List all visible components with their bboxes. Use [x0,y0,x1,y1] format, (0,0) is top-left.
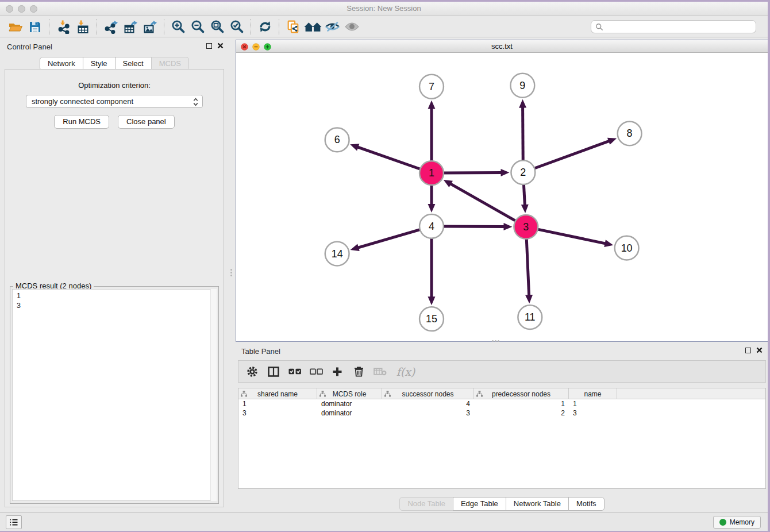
network-graph[interactable]: 7968124314101511 [236,53,768,342]
table-options-button[interactable] [244,364,260,380]
show-columns-button[interactable] [265,364,282,380]
close-table-panel-button[interactable] [756,347,763,353]
zoom-selected-button[interactable] [227,18,247,36]
graph-arrowhead [500,169,509,176]
graph-edge-2-9[interactable] [523,107,523,161]
table-cell[interactable]: dominator [317,399,382,408]
graph-edge-3-11[interactable] [526,239,529,296]
control-panel: Control Panel Network Style Select MCDS … [3,40,226,513]
graph-edge-1-6[interactable] [357,147,420,169]
deselect-all-checks-button[interactable] [308,364,324,380]
open-session-button[interactable] [6,18,25,36]
graph-arrowhead [428,296,436,305]
tab-network-table[interactable]: Network Table [506,497,569,511]
show-panels-button[interactable] [6,515,22,529]
export-network-button[interactable] [101,18,121,36]
add-column-button[interactable] [329,364,345,380]
select-all-checks-button[interactable] [287,364,303,380]
result-scrollbar[interactable] [210,289,217,501]
graph-arrowhead [604,240,613,247]
graph-edge-1-2[interactable] [444,172,502,173]
close-panel-button-mcds[interactable]: Close panel [118,115,175,129]
list-icon [9,518,18,526]
show-all-button[interactable] [342,18,361,36]
graph-edge-2-3[interactable] [523,184,525,206]
toolbar-separator [164,19,164,35]
refresh-view-button[interactable] [255,18,275,36]
window-titlebar[interactable]: Session: New Session [0,2,768,16]
graph-edge-4-3[interactable] [444,226,505,227]
import-network-button[interactable] [53,18,73,36]
optimization-criterion-select[interactable]: strongly connected component [26,95,203,108]
apply-function-button[interactable]: f(x) [393,364,418,380]
graph-edge-3-10[interactable] [538,229,606,244]
zoom-fit-button[interactable] [207,18,227,36]
zoom-in-button[interactable] [168,18,188,36]
tab-edge-table[interactable]: Edge Table [453,497,506,511]
tab-motifs[interactable]: Motifs [568,497,605,511]
graph-arrowhead [351,244,360,251]
table-cell[interactable]: 2 [474,408,569,418]
column-header-name[interactable]: name [569,388,617,399]
search-field[interactable] [591,20,756,33]
delete-table-icon [374,367,387,376]
table-row[interactable]: 3dominator323 [238,408,765,418]
close-panel-button[interactable] [217,43,224,49]
table-cell[interactable]: 4 [382,399,474,408]
table-cell[interactable]: 3 [238,408,317,418]
graph-arrowhead [525,295,533,303]
network-window-titlebar[interactable]: scc.txt [236,40,768,53]
float-table-panel-button[interactable] [745,348,751,353]
export-image-button[interactable] [140,18,160,36]
table-panel-tabs: Node Table Edge Table Network Table Moti… [236,497,768,511]
plus-icon [332,367,342,377]
float-panel-button[interactable] [206,43,212,49]
result-item[interactable]: 3 [17,301,216,311]
graph-node-label: 3 [523,221,529,233]
result-item[interactable]: 1 [17,291,216,301]
save-session-button[interactable] [25,18,45,36]
network-window-title: scc.txt [236,42,768,51]
graph-arrowhead [350,144,359,151]
application-window: Session: New Session [0,0,770,532]
zoom-in-icon [171,19,186,34]
table-cell[interactable]: 1 [474,399,569,408]
memory-button[interactable]: Memory [713,516,761,529]
zoom-out-button[interactable] [188,18,207,36]
export-table-button[interactable] [121,18,140,36]
table-cell[interactable]: 3 [382,408,474,418]
export-image-icon [143,20,157,34]
export-table-icon [124,20,138,34]
delete-table-button[interactable] [372,364,388,380]
column-header-MCDS-role[interactable]: MCDS role [317,388,382,399]
mcds-result-group: MCDS result (2 nodes) 13 [10,286,219,504]
column-header-predecessor-nodes[interactable]: predecessor nodes [474,388,569,399]
graph-edge-3-1[interactable] [450,183,515,221]
import-table-button[interactable] [73,18,93,36]
graph-node-label: 9 [519,80,525,91]
table-cell[interactable]: 3 [569,408,617,418]
toolbar-separator [49,19,49,35]
hide-selection-button[interactable] [322,18,342,36]
horizontal-splitter-handle[interactable] [490,339,501,342]
table-cell[interactable]: 1 [238,399,317,408]
graph-edge-2-8[interactable] [534,141,610,168]
table-row[interactable]: 1dominator411 [238,399,765,408]
tab-node-table[interactable]: Node Table [399,497,453,511]
graph-arrowhead [521,205,529,213]
mcds-result-list[interactable]: 13 [12,289,217,501]
graph-node-label: 14 [332,248,343,260]
table-cell[interactable]: 1 [569,399,617,408]
search-input[interactable] [606,23,752,31]
vertical-splitter-handle[interactable] [229,267,233,277]
copy-network-button[interactable] [283,18,303,36]
table-cell[interactable]: dominator [317,408,382,418]
columns-icon [268,367,279,377]
graph-edge-4-14[interactable] [357,230,420,248]
column-header-shared-name[interactable]: shared name [238,388,317,399]
column-header-successor-nodes[interactable]: successor nodes [382,388,474,399]
save-icon [29,21,41,33]
run-mcds-button[interactable]: Run MCDS [54,115,109,129]
first-neighbors-button[interactable] [303,18,322,36]
delete-column-button[interactable] [351,364,367,380]
